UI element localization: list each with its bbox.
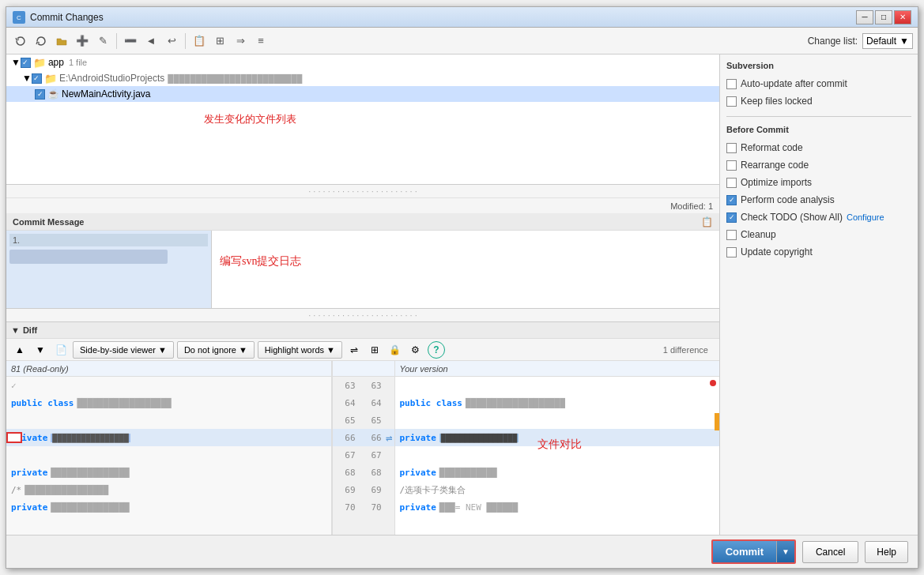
diff-highlight-dropdown[interactable]: Highlight words ▼ (258, 341, 342, 359)
commit-message-header: Commit Message 📋 (6, 213, 719, 231)
diff-right-version: Your version (400, 364, 448, 374)
diff-help-btn[interactable]: ? (428, 341, 445, 359)
cancel-button[interactable]: Cancel (802, 541, 858, 563)
file-label-file: NewMainActivity.java (62, 88, 150, 100)
diff-columns-btn[interactable]: ⊞ (366, 341, 383, 359)
toolbar-btn-copy[interactable]: 📋 (190, 32, 209, 51)
diff-down-btn[interactable]: ▼ (32, 341, 49, 359)
diff-viewer-dropdown[interactable]: Side-by-side viewer ▼ (73, 341, 174, 359)
diff-line: private███= NEW ██████ (395, 498, 720, 516)
gutter-line: 70 70 (333, 498, 394, 516)
toolbar-btn-refresh[interactable] (11, 32, 30, 51)
diff-left-label: 81 (Read-only) (6, 361, 331, 377)
toolbar-btn-left[interactable]: ◄ (141, 32, 160, 51)
list-item[interactable]: ▼ ✓ 📁 E:\AndroidStudioProjects █████████… (6, 70, 719, 86)
diff-line (395, 412, 720, 429)
diff-right-pane: Your version public class███████████████… (395, 361, 720, 535)
commit-msg-blur (9, 250, 168, 264)
chevron-icon-3: ▼ (326, 345, 335, 355)
gutter-line: 67 67 (333, 446, 394, 464)
checkbox-keep-locked[interactable] (726, 96, 737, 107)
file-checkbox-path[interactable]: ✓ (32, 73, 42, 84)
option-perform-analysis: ✓ Perform code analysis (726, 193, 911, 207)
checkbox-perform-analysis[interactable]: ✓ (726, 195, 737, 205)
toolbar-btn-arrow[interactable]: ⇒ (231, 32, 250, 51)
subversion-title: Subversion (726, 61, 911, 70)
commit-msg-line-num: 1. (9, 234, 208, 246)
checkbox-rearrange[interactable] (726, 160, 737, 171)
diff-left-lines: ✓ public class██████████████████ private… (6, 377, 331, 516)
diff-line: public class███████████████████ (395, 394, 720, 412)
gutter-line: 65 65 (333, 412, 394, 429)
help-button[interactable]: Help (865, 541, 908, 563)
filetree-annotation: 发生变化的文件列表 (204, 112, 296, 126)
list-item[interactable]: ▼ ✓ 📁 app 1 file (6, 54, 719, 70)
change-indicator (715, 413, 719, 430)
option-cleanup: Cleanup (726, 227, 911, 242)
separator-dots-2: · · · · · · · · · · · · · · · · · · · · … (6, 309, 719, 321)
commit-message-right[interactable] (212, 231, 719, 308)
title-bar-buttons: ─ □ ✕ (856, 10, 911, 24)
changelist-label: Change list: (808, 36, 858, 47)
diff-right-label: Your version (395, 361, 720, 377)
diff-line (395, 377, 720, 394)
diff-highlight-label: Highlight words (265, 345, 324, 355)
checkbox-update-copyright[interactable] (726, 247, 737, 257)
maximize-button[interactable]: □ (875, 10, 892, 24)
checkbox-cleanup[interactable] (726, 230, 737, 240)
diff-lock-btn[interactable]: 🔒 (387, 341, 404, 359)
configure-link[interactable]: Configure (847, 212, 884, 222)
checkbox-check-todo[interactable]: ✓ (726, 212, 737, 223)
diff-arrows-btn[interactable]: ⇌ (345, 341, 363, 359)
svg-text:C: C (17, 14, 21, 21)
checkbox-auto-update[interactable] (726, 79, 737, 89)
close-button[interactable]: ✕ (894, 10, 911, 24)
diff-ignore-dropdown[interactable]: Do not ignore ▼ (177, 341, 255, 359)
diff-line: /选项卡子类集合 (395, 481, 720, 498)
toolbar-btn-undo[interactable]: ↩ (162, 32, 181, 51)
label-perform-analysis: Perform code analysis (741, 194, 835, 205)
label-update-copyright: Update copyright (741, 246, 813, 257)
toolbar-btn-remove[interactable]: ➖ (121, 32, 140, 51)
main-window: C Commit Changes ─ □ ✕ ➕ ✎ ➖ ◄ ↩ 📋 ⊞ ⇒ ≡ (6, 6, 918, 569)
section-divider (726, 116, 911, 117)
checkbox-optimize[interactable] (726, 178, 737, 188)
toolbar-btn-grid[interactable]: ⊞ (210, 32, 229, 51)
diff-line: private███████████████ (6, 498, 331, 516)
diff-up-btn[interactable]: ▲ (11, 341, 28, 359)
diff-section: ▼ Diff ▲ ▼ 📄 Side-by-side viewer ▼ Do no… (6, 321, 719, 535)
modified-count: Modified: 1 (670, 201, 713, 211)
diff-ignore-label: Do not ignore (184, 345, 236, 355)
commit-message-title: Commit Message (13, 217, 84, 227)
file-badge-app: 1 file (69, 58, 87, 67)
file-label-app: app (48, 57, 64, 68)
toolbar-btn-folder[interactable] (52, 32, 71, 51)
minimize-button[interactable]: ─ (856, 10, 873, 24)
diff-sync-btn[interactable]: 📄 (52, 341, 70, 359)
option-update-copyright: Update copyright (726, 245, 911, 259)
changelist-dropdown[interactable]: Default ▼ (862, 33, 913, 49)
toolbar-btn-menu[interactable]: ≡ (251, 32, 270, 51)
commit-arrow-button[interactable]: ▼ (776, 541, 794, 562)
option-rearrange: Rearrange code (726, 158, 911, 172)
toolbar-btn-add[interactable]: ➕ (73, 32, 92, 51)
toolbar-btn-edit[interactable]: ✎ (93, 32, 112, 51)
file-checkbox-file[interactable]: ✓ (35, 89, 45, 100)
diff-gutter: 63 63 64 64 65 65 66 66 ⇌ 67 67 68 68 69… (332, 361, 395, 535)
commit-message-icon: 📋 (701, 216, 713, 227)
diff-settings-btn[interactable]: ⚙ (407, 341, 424, 359)
label-check-todo: Check TODO (Show All) (741, 212, 843, 223)
toolbar-btn-revert[interactable] (32, 32, 51, 51)
toolbar-separator-1 (116, 33, 117, 49)
file-tree-area: ▼ ✓ 📁 app 1 file ▼ ✓ 📁 E:\AndroidStudioP… (6, 54, 719, 185)
commit-button-group: Commit ▼ (711, 539, 796, 564)
commit-button[interactable]: Commit (713, 541, 776, 562)
list-item[interactable]: ✓ ☕ NewMainActivity.java (6, 86, 719, 102)
diff-expand-icon[interactable]: ▼ (11, 325, 20, 335)
file-checkbox-app[interactable]: ✓ (21, 58, 31, 68)
option-check-todo: ✓ Check TODO (Show All) Configure (726, 210, 911, 224)
separator-dots-1: · · · · · · · · · · · · · · · · · · · · … (6, 185, 719, 197)
file-label-path: E:\AndroidStudioProjects (59, 73, 164, 84)
checkbox-reformat[interactable] (726, 143, 737, 153)
expand-icon: ▼ (9, 57, 21, 68)
